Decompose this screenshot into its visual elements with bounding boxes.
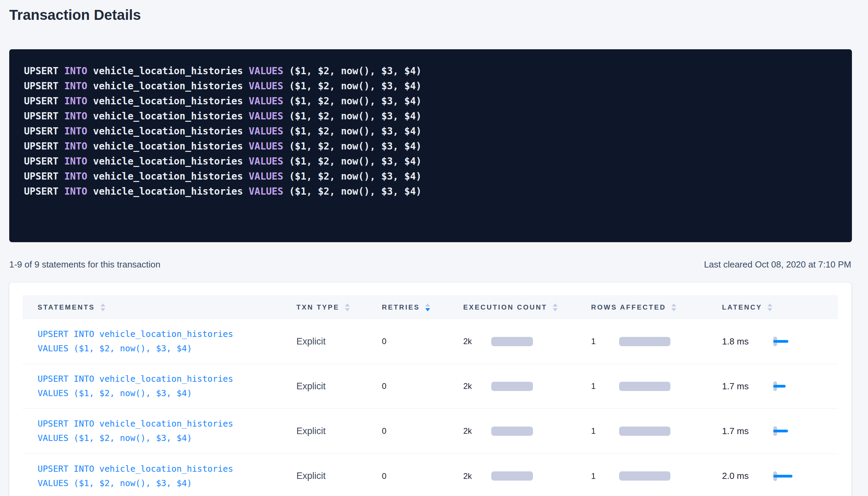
statement-line-1[interactable]: UPSERT INTO vehicle_location_histories <box>38 462 296 476</box>
rows-affected-value: 1 <box>591 337 619 346</box>
sql-token-upsert: UPSERT <box>24 171 58 182</box>
sql-keyword-values: VALUES <box>249 186 283 197</box>
execution-count-value: 2k <box>463 471 491 481</box>
latency-bar-chart <box>773 471 814 481</box>
execution-count-value: 2k <box>463 337 491 346</box>
execution-count-value: 2k <box>463 426 491 436</box>
statement-link[interactable]: UPSERT INTO vehicle_location_histories V… <box>38 372 296 401</box>
sql-statement-line: UPSERTINTOvehicle_location_historiesVALU… <box>24 124 837 139</box>
sort-arrows-icon <box>671 303 676 311</box>
latency-bar-chart <box>773 337 814 346</box>
sql-token-upsert: UPSERT <box>24 186 58 197</box>
statement-line-2[interactable]: VALUES ($1, $2, now(), $3, $4) <box>38 431 296 445</box>
sort-arrows-icon <box>101 303 105 311</box>
sql-keyword-values: VALUES <box>249 65 283 77</box>
sql-token-args: ($1, $2, now(), $3, $4) <box>289 110 422 122</box>
latency-value: 1.8 ms <box>722 336 773 347</box>
txn-type-value: Explicit <box>296 426 382 436</box>
sql-token-upsert: UPSERT <box>24 110 58 122</box>
statement-link[interactable]: UPSERT INTO vehicle_location_histories V… <box>38 462 296 491</box>
sql-token-upsert: UPSERT <box>24 80 58 92</box>
sql-keyword-values: VALUES <box>249 171 283 182</box>
latency-bar <box>773 475 792 478</box>
sql-statement-line: UPSERTINTOvehicle_location_historiesVALU… <box>24 154 837 169</box>
sql-statement-line: UPSERTINTOvehicle_location_historiesVALU… <box>24 64 837 79</box>
sql-statement-line: UPSERTINTOvehicle_location_historiesVALU… <box>24 109 837 124</box>
sql-statement-line: UPSERTINTOvehicle_location_historiesVALU… <box>24 169 837 184</box>
sql-token-args: ($1, $2, now(), $3, $4) <box>289 95 422 107</box>
sql-token-table: vehicle_location_histories <box>93 156 243 167</box>
statement-line-1[interactable]: UPSERT INTO vehicle_location_histories <box>38 372 296 386</box>
sort-arrows-icon <box>425 303 430 311</box>
latency-cell: 1.7 ms <box>722 381 823 392</box>
last-cleared-label: Last cleared Oct 08, 2020 at 7:10 PM <box>704 259 851 270</box>
statement-line-1[interactable]: UPSERT INTO vehicle_location_histories <box>38 327 296 341</box>
column-header-retries[interactable]: RETRIES <box>382 303 463 311</box>
column-header-rows-affected[interactable]: ROWS AFFECTED <box>591 303 722 311</box>
statement-line-2[interactable]: VALUES ($1, $2, now(), $3, $4) <box>38 341 296 356</box>
rows-affected-cell: 1 <box>591 337 722 346</box>
sql-statement-line: UPSERTINTOvehicle_location_historiesVALU… <box>24 139 837 154</box>
latency-bar <box>773 430 788 432</box>
column-header-label: EXECUTION COUNT <box>463 303 547 311</box>
sql-keyword-into: INTO <box>64 171 87 182</box>
statement-link[interactable]: UPSERT INTO vehicle_location_histories V… <box>38 327 296 356</box>
latency-bar <box>773 340 788 343</box>
sql-token-args: ($1, $2, now(), $3, $4) <box>289 80 422 92</box>
latency-cell: 1.7 ms <box>722 426 823 436</box>
latency-cell: 2.0 ms <box>722 471 823 481</box>
execution-count-cell: 2k <box>463 471 591 481</box>
statement-link[interactable]: UPSERT INTO vehicle_location_histories V… <box>38 417 296 445</box>
sql-keyword-values: VALUES <box>249 156 283 167</box>
execution-count-bar <box>491 337 533 346</box>
sql-keyword-into: INTO <box>64 65 87 77</box>
statements-count-label: 1-9 of 9 statements for this transaction <box>9 259 160 270</box>
sql-keyword-into: INTO <box>64 156 87 167</box>
execution-count-cell: 2k <box>463 426 591 436</box>
sql-keyword-into: INTO <box>64 141 87 152</box>
sql-token-upsert: UPSERT <box>24 156 58 167</box>
sql-keyword-values: VALUES <box>249 95 283 107</box>
column-header-execution-count[interactable]: EXECUTION COUNT <box>463 303 591 311</box>
table-row: UPSERT INTO vehicle_location_histories V… <box>23 364 838 409</box>
retries-value: 0 <box>382 337 463 346</box>
txn-type-value: Explicit <box>296 381 382 392</box>
column-header-latency[interactable]: LATENCY <box>722 303 823 311</box>
sql-keyword-into: INTO <box>64 110 87 122</box>
execution-count-bar <box>491 382 533 391</box>
sql-token-table: vehicle_location_histories <box>93 186 243 197</box>
sql-token-upsert: UPSERT <box>24 141 58 152</box>
sql-statement-line: UPSERTINTOvehicle_location_historiesVALU… <box>24 184 837 199</box>
sql-keyword-values: VALUES <box>249 110 283 122</box>
sql-token-table: vehicle_location_histories <box>93 80 243 92</box>
column-header-statements[interactable]: STATEMENTS <box>38 303 296 311</box>
column-header-label: ROWS AFFECTED <box>591 303 666 311</box>
latency-value: 2.0 ms <box>722 471 773 481</box>
sql-statement-line: UPSERTINTOvehicle_location_historiesVALU… <box>24 79 837 94</box>
sql-token-args: ($1, $2, now(), $3, $4) <box>289 126 422 137</box>
sql-token-upsert: UPSERT <box>24 65 58 77</box>
latency-bar-chart <box>773 381 814 391</box>
table-header-row: STATEMENTS TXN TYPE RETRIES EXECUTION CO… <box>23 295 838 319</box>
sql-keyword-values: VALUES <box>249 80 283 92</box>
sql-token-table: vehicle_location_histories <box>93 65 243 77</box>
column-header-label: TXN TYPE <box>296 303 339 311</box>
statement-line-2[interactable]: VALUES ($1, $2, now(), $3, $4) <box>38 476 296 491</box>
rows-affected-bar <box>619 427 670 436</box>
latency-bar-chart <box>773 426 814 436</box>
sql-keyword-into: INTO <box>64 126 87 137</box>
statement-line-2[interactable]: VALUES ($1, $2, now(), $3, $4) <box>38 386 296 401</box>
sql-statement-line: UPSERTINTOvehicle_location_historiesVALU… <box>24 94 837 109</box>
rows-affected-value: 1 <box>591 381 619 391</box>
sql-token-table: vehicle_location_histories <box>93 126 243 137</box>
latency-cell: 1.8 ms <box>722 336 823 347</box>
page-title: Transaction Details <box>9 5 868 25</box>
latency-bar <box>773 385 786 388</box>
table-row: UPSERT INTO vehicle_location_histories V… <box>23 454 838 496</box>
rows-affected-bar <box>619 382 670 391</box>
rows-affected-bar <box>619 337 670 346</box>
rows-affected-cell: 1 <box>591 471 722 481</box>
statements-table-card: STATEMENTS TXN TYPE RETRIES EXECUTION CO… <box>9 283 851 496</box>
column-header-txn-type[interactable]: TXN TYPE <box>296 303 382 311</box>
statement-line-1[interactable]: UPSERT INTO vehicle_location_histories <box>38 417 296 431</box>
